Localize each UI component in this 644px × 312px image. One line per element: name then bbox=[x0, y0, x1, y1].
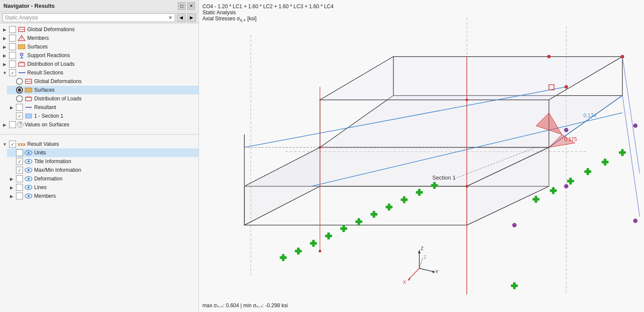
svg-text:Y: Y bbox=[435, 269, 439, 274]
radio-rs-distribution-loads[interactable] bbox=[16, 95, 23, 102]
section1-icon bbox=[24, 113, 33, 119]
checkbox-title-information[interactable] bbox=[16, 158, 23, 165]
tree-item-lines[interactable]: ▶ Lines bbox=[7, 183, 199, 192]
svg-rect-105 bbox=[550, 189, 557, 192]
tree-item-title-information[interactable]: Title Information bbox=[7, 157, 199, 166]
navigator-panel: Navigator - Results ◻ ✕ Static Analysis … bbox=[0, 0, 199, 312]
analysis-dropdown-bar: Static Analysis ▼ ◀ ▶ bbox=[0, 12, 199, 23]
svg-rect-109 bbox=[584, 170, 591, 173]
checkbox-values-on-surfaces[interactable] bbox=[9, 121, 16, 128]
checkbox-deformation[interactable] bbox=[16, 175, 23, 182]
radio-rs-surfaces[interactable] bbox=[16, 87, 23, 93]
label-section1: 1 - Section 1 bbox=[34, 113, 63, 119]
tree-item-values-on-surfaces[interactable]: ▶ ? Values on Surfaces bbox=[0, 120, 199, 129]
svg-point-79 bbox=[633, 219, 638, 223]
checkbox-support-reactions[interactable] bbox=[9, 52, 16, 59]
svg-point-77 bbox=[564, 184, 568, 188]
tree-item-members-rv[interactable]: ▶ Members bbox=[7, 192, 199, 200]
eye-title-icon bbox=[24, 158, 33, 165]
expand-icon: ▶ bbox=[9, 105, 15, 110]
eye-units-icon bbox=[24, 149, 33, 156]
tree-item-result-values[interactable]: ▼ xxx Result Values bbox=[0, 140, 199, 148]
tree-item-rs-global-deformations[interactable]: Global Deformations bbox=[7, 77, 199, 86]
radio-rs-global-deformations[interactable] bbox=[16, 78, 23, 85]
svg-point-31 bbox=[28, 169, 30, 171]
expand-icon: ▶ bbox=[2, 53, 8, 58]
svg-rect-107 bbox=[567, 180, 574, 182]
svg-point-66 bbox=[564, 85, 568, 89]
tree-item-distribution-loads[interactable]: ▶ Distribution of Loads bbox=[0, 60, 199, 68]
tree-item-surfaces[interactable]: ▶ Surfaces bbox=[0, 42, 199, 51]
navigator-title: Navigator - Results bbox=[3, 3, 54, 9]
checkbox-maxmin-information[interactable] bbox=[16, 167, 23, 174]
tree-item-resultant[interactable]: ▶ Resultant bbox=[7, 103, 199, 112]
restore-icon[interactable]: ◻ bbox=[178, 2, 186, 10]
svg-rect-4 bbox=[18, 45, 25, 49]
expand-icon: ▶ bbox=[2, 27, 8, 32]
svg-point-33 bbox=[28, 178, 30, 180]
tree-item-result-sections[interactable]: ▼ Result Sections bbox=[0, 68, 199, 77]
label-units: Units bbox=[34, 150, 46, 156]
svg-rect-95 bbox=[386, 206, 393, 208]
label-support-reactions: Support Reactions bbox=[27, 52, 70, 58]
3d-scene: Section 1 0.134 0.175 bbox=[199, 0, 644, 312]
expand-icon: ▶ bbox=[9, 185, 15, 190]
svg-point-67 bbox=[465, 99, 468, 101]
svg-rect-89 bbox=[340, 227, 347, 230]
xxx-icon: xxx bbox=[17, 141, 26, 148]
checkbox-units[interactable] bbox=[16, 149, 23, 156]
checkbox-lines[interactable] bbox=[16, 184, 23, 191]
close-icon[interactable]: ✕ bbox=[187, 2, 195, 10]
next-arrow-button[interactable]: ▶ bbox=[187, 13, 196, 22]
checkbox-resultant[interactable] bbox=[16, 104, 23, 111]
members-icon bbox=[17, 35, 26, 42]
label-surfaces: Surfaces bbox=[27, 44, 48, 50]
viewport-title-line1: CO4 - 1.20 * LC1 + 1.60 * LC2 + 1.60 * L… bbox=[202, 3, 333, 10]
analysis-dropdown[interactable]: Static Analysis ▼ bbox=[3, 13, 175, 22]
svg-rect-93 bbox=[371, 213, 378, 216]
label-deformation: Deformation bbox=[34, 176, 62, 182]
title-stress-subscript: x,+ bbox=[240, 18, 246, 23]
tree-item-units[interactable]: Units bbox=[7, 148, 199, 157]
checkbox-section1[interactable] bbox=[16, 113, 23, 119]
svg-rect-99 bbox=[416, 191, 423, 193]
value-0175: 0.175 bbox=[564, 136, 577, 142]
checkbox-distribution-loads[interactable] bbox=[9, 61, 16, 68]
expand-icon: ▶ bbox=[2, 122, 8, 127]
label-result-sections: Result Sections bbox=[27, 70, 63, 76]
checkbox-result-sections[interactable] bbox=[9, 69, 16, 76]
svg-marker-15 bbox=[25, 72, 26, 74]
svg-point-35 bbox=[28, 187, 30, 189]
surfaces-icon bbox=[17, 43, 26, 50]
svg-text:Z: Z bbox=[421, 246, 424, 251]
tree-item-deformation[interactable]: ▶ Deformation bbox=[7, 174, 199, 183]
checkbox-global-deformations[interactable] bbox=[9, 26, 16, 33]
tree-item-rs-surfaces[interactable]: Surfaces bbox=[7, 86, 199, 94]
checkbox-result-values[interactable] bbox=[9, 141, 16, 148]
question-icon: ? bbox=[17, 122, 23, 128]
svg-rect-115 bbox=[511, 284, 518, 287]
label-title-information: Title Information bbox=[34, 158, 71, 164]
eye-deformation-icon bbox=[24, 175, 33, 182]
tree-item-members[interactable]: ▶ Members bbox=[0, 34, 199, 42]
eye-members-icon bbox=[24, 193, 33, 199]
prev-arrow-button[interactable]: ◀ bbox=[177, 13, 186, 22]
svg-text:X: X bbox=[403, 280, 407, 285]
viewport-header: CO4 - 1.20 * LC1 + 1.60 * LC2 + 1.60 * L… bbox=[202, 3, 333, 23]
svg-text:Z: Z bbox=[423, 255, 426, 260]
chevron-down-icon: ▼ bbox=[168, 15, 173, 21]
tree-item-global-deformations[interactable]: ▶ Global Deformations bbox=[0, 25, 199, 34]
tree-item-rs-distribution-loads[interactable]: Distribution of Loads bbox=[7, 94, 199, 103]
tree-item-section1[interactable]: 1 - Section 1 bbox=[7, 112, 199, 120]
label-result-values: Result Values bbox=[27, 141, 59, 147]
svg-rect-25 bbox=[26, 114, 32, 118]
svg-rect-81 bbox=[280, 256, 287, 259]
tree-item-support-reactions[interactable]: ▶ Support Reactions bbox=[0, 51, 199, 60]
checkbox-members-rv[interactable] bbox=[16, 193, 23, 199]
svg-rect-20 bbox=[26, 97, 32, 101]
svg-point-78 bbox=[512, 223, 516, 227]
checkbox-members[interactable] bbox=[9, 35, 16, 42]
tree-item-maxmin-information[interactable]: Max/Min Information bbox=[7, 166, 199, 174]
svg-point-64 bbox=[547, 55, 551, 58]
checkbox-surfaces[interactable] bbox=[9, 43, 16, 50]
